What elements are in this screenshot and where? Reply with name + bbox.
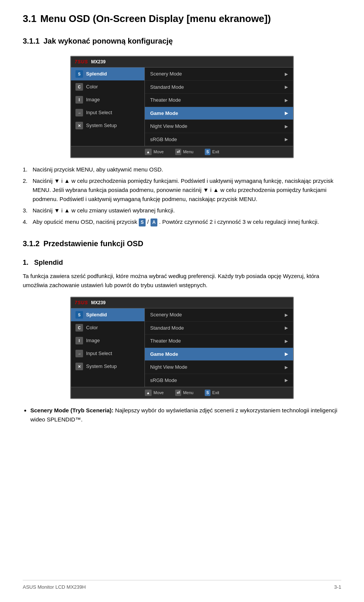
splendid-section-heading: 1. Splendid <box>23 258 341 268</box>
osd-left-item-color[interactable]: CColor <box>71 321 144 334</box>
sub-section-heading: 3.1.1 Jak wykonać ponowną konfigurację <box>23 30 341 49</box>
right-item-label-standard_mode: Standard Mode <box>150 324 184 332</box>
left-item-icon-color: C <box>75 83 83 91</box>
page-footer: ASUS Monitor LCD MX239H 3-1 <box>23 580 341 591</box>
left-item-icon-system_setup: ✕ <box>75 363 83 370</box>
osd-right-item-srgb_mode[interactable]: sRGB Mode▶ <box>145 133 293 146</box>
osd-title-bar-1: 7SUS MX239 <box>71 57 293 68</box>
osd-footer-2: ▲ Move ⏎ Menu S Exit <box>71 387 293 398</box>
left-item-icon-image: I <box>75 337 83 344</box>
osd-left-item-system_setup[interactable]: ✕System Setup <box>71 360 144 373</box>
right-item-label-night_view_mode: Night View Mode <box>150 363 187 371</box>
osd-right-item-srgb_mode[interactable]: sRGB Mode▶ <box>145 374 293 387</box>
footer-move-1: ▲ Move <box>145 149 164 155</box>
osd-left-item-system_setup[interactable]: ✕System Setup <box>71 119 144 132</box>
right-item-arrow-theater_mode: ▶ <box>285 97 288 104</box>
sub-section2-title: Przedstawienie funkcji OSD <box>43 238 143 249</box>
left-item-icon-color: C <box>75 324 83 332</box>
osd-right-item-game_mode[interactable]: Game Mode▶ <box>145 107 293 120</box>
osd-right-item-standard_mode[interactable]: Standard Mode▶ <box>145 81 293 94</box>
osd-left-item-image[interactable]: IImage <box>71 93 144 106</box>
step-4: 4. Aby opuścić menu OSD, naciśnij przyci… <box>23 217 341 226</box>
main-section-heading: 3.1 Menu OSD (On-Screen Display [menu ek… <box>23 11 341 26</box>
left-item-label-color: Color <box>86 324 98 332</box>
right-item-label-theater_mode: Theater Mode <box>150 337 181 345</box>
sub-section-number: 3.1.1 <box>23 35 39 47</box>
right-item-arrow-game_mode: ▶ <box>285 110 288 116</box>
osd-left-panel-1: SSplendidCColorIImage→Input Select✕Syste… <box>71 68 145 146</box>
osd-right-panel-1: Scenery Mode▶Standard Mode▶Theater Mode▶… <box>145 68 293 146</box>
osd-right-item-theater_mode[interactable]: Theater Mode▶ <box>145 335 293 348</box>
left-item-label-color: Color <box>86 83 98 91</box>
left-item-icon-splendid: S <box>75 311 83 319</box>
right-item-arrow-standard_mode: ▶ <box>285 325 288 331</box>
right-item-arrow-srgb_mode: ▶ <box>285 136 288 143</box>
osd-title-bar-2: 7SUS MX239 <box>71 297 293 308</box>
osd-left-item-image[interactable]: IImage <box>71 334 144 347</box>
right-item-arrow-game_mode: ▶ <box>285 351 288 357</box>
osd-right-item-theater_mode[interactable]: Theater Mode▶ <box>145 94 293 107</box>
move-icon-1: ▲ <box>145 149 152 155</box>
left-item-label-system_setup: System Setup <box>86 122 117 129</box>
footer-menu-1: ⏎ Menu <box>175 149 194 155</box>
osd-right-item-game_mode[interactable]: Game Mode▶ <box>145 348 293 361</box>
btn-a: A <box>151 218 158 226</box>
right-item-label-srgb_mode: sRGB Mode <box>150 377 177 384</box>
right-item-label-scenery_mode: Scenery Mode <box>150 311 182 319</box>
move-icon-2: ▲ <box>145 390 152 396</box>
left-item-label-system_setup: System Setup <box>86 363 117 370</box>
osd-right-item-scenery_mode[interactable]: Scenery Mode▶ <box>145 308 293 322</box>
osd-left-item-input_select[interactable]: →Input Select <box>71 106 144 119</box>
osd-left-item-splendid[interactable]: SSplendid <box>71 68 144 80</box>
model-name-1: MX239 <box>91 58 105 65</box>
osd-right-item-scenery_mode[interactable]: Scenery Mode▶ <box>145 68 293 81</box>
btn-s: S <box>139 218 146 226</box>
right-item-label-theater_mode: Theater Mode <box>150 96 181 104</box>
left-item-icon-splendid: S <box>75 70 83 78</box>
instruction-list: 1. Naciśnij przycisk MENU, aby uaktywnić… <box>23 165 341 226</box>
left-item-label-splendid: Splendid <box>86 70 107 78</box>
step-2: 2. Naciśnij ▼ i ▲ w celu przechodzenia p… <box>23 176 341 204</box>
right-item-arrow-night_view_mode: ▶ <box>285 123 288 130</box>
asus-logo-2: 7SUS <box>75 299 88 306</box>
step-1: 1. Naciśnij przycisk MENU, aby uaktywnić… <box>23 165 341 174</box>
bullet-scenery-mode: Scenery Mode (Tryb Sceneria): Najlepszy … <box>30 406 341 424</box>
sub-section2-number: 3.1.2 <box>23 238 39 249</box>
osd-menu-2: 7SUS MX239 SSplendidCColorIImage→Input S… <box>70 297 294 399</box>
osd-left-panel-2: SSplendidCColorIImage→Input Select✕Syste… <box>71 308 145 387</box>
osd-right-panel-2: Scenery Mode▶Standard Mode▶Theater Mode▶… <box>145 308 293 387</box>
right-item-label-game_mode: Game Mode <box>150 351 178 358</box>
asus-logo-1: 7SUS <box>75 58 88 65</box>
footer-menu-2: ⏎ Menu <box>175 390 194 396</box>
step-3: 3. Naciśnij ▼ i ▲ w celu zmiany ustawień… <box>23 206 341 215</box>
osd-left-item-input_select[interactable]: →Input Select <box>71 347 144 360</box>
right-item-label-standard_mode: Standard Mode <box>150 83 184 91</box>
menu-icon-1: ⏎ <box>175 149 181 155</box>
exit-icon-2: S <box>205 390 210 396</box>
bullet-list: Scenery Mode (Tryb Sceneria): Najlepszy … <box>30 406 341 424</box>
left-item-label-input_select: Input Select <box>86 350 112 357</box>
splendid-description: Ta funkcja zawiera sześć podfunkcji, któ… <box>23 272 341 290</box>
main-section-number: 3.1 <box>23 11 36 26</box>
menu-icon-2: ⏎ <box>175 390 181 396</box>
footer-right: 3-1 <box>334 583 341 591</box>
left-item-label-image: Image <box>86 337 100 344</box>
osd-right-item-night_view_mode[interactable]: Night View Mode▶ <box>145 361 293 374</box>
osd-body-1: SSplendidCColorIImage→Input Select✕Syste… <box>71 68 293 146</box>
osd-left-item-color[interactable]: CColor <box>71 80 144 93</box>
left-item-icon-input_select: → <box>75 109 83 116</box>
right-item-label-game_mode: Game Mode <box>150 110 178 117</box>
slash: / <box>147 218 150 225</box>
osd-footer-1: ▲ Move ⏎ Menu S Exit <box>71 146 293 157</box>
right-item-label-scenery_mode: Scenery Mode <box>150 70 182 78</box>
left-item-icon-input_select: → <box>75 350 83 357</box>
right-item-label-night_view_mode: Night View Mode <box>150 123 187 130</box>
footer-exit-1: S Exit <box>205 149 219 155</box>
osd-right-item-standard_mode[interactable]: Standard Mode▶ <box>145 322 293 335</box>
right-item-arrow-srgb_mode: ▶ <box>285 377 288 384</box>
osd-left-item-splendid[interactable]: SSplendid <box>71 308 144 321</box>
right-item-arrow-standard_mode: ▶ <box>285 84 288 90</box>
left-item-label-splendid: Splendid <box>86 311 107 319</box>
osd-right-item-night_view_mode[interactable]: Night View Mode▶ <box>145 120 293 133</box>
left-item-icon-system_setup: ✕ <box>75 122 83 129</box>
